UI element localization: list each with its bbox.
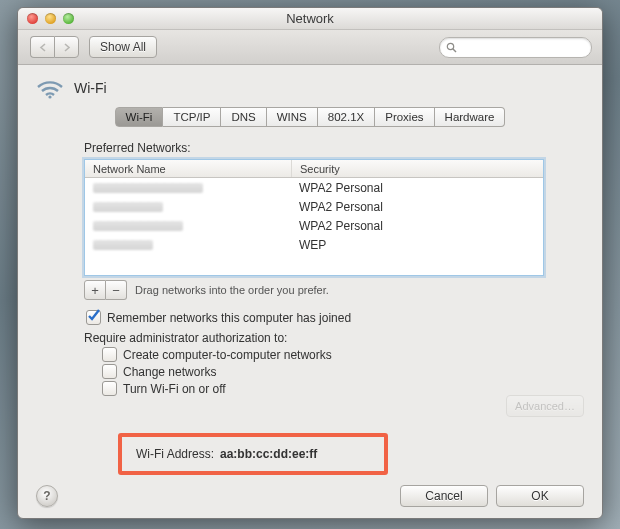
page-title: Wi-Fi <box>74 80 107 96</box>
security-value: WEP <box>291 238 543 252</box>
show-all-button[interactable]: Show All <box>89 36 157 58</box>
remove-network-button[interactable]: − <box>106 280 127 300</box>
tab-wifi[interactable]: Wi-Fi <box>115 107 164 127</box>
tab-label: Wi-Fi <box>126 111 153 123</box>
admin-create-adhoc-checkbox[interactable] <box>102 347 117 362</box>
search-field[interactable] <box>439 37 592 58</box>
tab-proxies[interactable]: Proxies <box>375 107 434 127</box>
admin-change-networks-label: Change networks <box>123 365 216 379</box>
tab-wins[interactable]: WINS <box>267 107 318 127</box>
remember-networks-checkbox[interactable] <box>86 310 101 325</box>
window-title: Network <box>18 11 602 26</box>
tab-tcpip[interactable]: TCP/IP <box>163 107 221 127</box>
require-admin-label: Require administrator authorization to: <box>84 331 544 345</box>
toolbar: Show All <box>18 30 602 65</box>
security-value: WPA2 Personal <box>291 200 543 214</box>
redacted-network-name <box>93 240 153 250</box>
table-row[interactable]: WPA2 Personal <box>85 216 543 235</box>
forward-button[interactable] <box>54 36 79 58</box>
advanced-label: Advanced… <box>515 400 575 412</box>
security-value: WPA2 Personal <box>291 181 543 195</box>
tab-label: DNS <box>231 111 255 123</box>
preferred-networks-label: Preferred Networks: <box>84 141 544 155</box>
help-icon: ? <box>43 489 50 503</box>
search-icon <box>446 42 457 53</box>
cancel-button[interactable]: Cancel <box>400 485 488 507</box>
preferred-networks-table: Network Name Security WPA2 Personal WPA2… <box>84 159 544 276</box>
svg-point-0 <box>447 43 453 49</box>
search-input[interactable] <box>461 40 565 54</box>
table-row[interactable]: WEP <box>85 235 543 254</box>
admin-toggle-wifi-checkbox[interactable] <box>102 381 117 396</box>
tab-label: TCP/IP <box>173 111 210 123</box>
table-row[interactable]: WPA2 Personal <box>85 178 543 197</box>
tab-strip: Wi-Fi TCP/IP DNS WINS 802.1X Proxies Har… <box>36 107 584 127</box>
column-header-security[interactable]: Security <box>292 160 543 177</box>
svg-point-2 <box>48 95 51 98</box>
chevron-right-icon <box>63 43 71 52</box>
ok-button[interactable]: OK <box>496 485 584 507</box>
admin-create-adhoc-label: Create computer-to-computer networks <box>123 348 332 362</box>
add-network-button[interactable]: + <box>84 280 106 300</box>
wifi-address-label: Wi-Fi Address: <box>136 447 214 461</box>
nav-back-forward <box>30 36 79 58</box>
tab-8021x[interactable]: 802.1X <box>318 107 375 127</box>
wifi-address-highlight: Wi-Fi Address: aa:bb:cc:dd:ee:ff <box>118 433 388 475</box>
tab-label: Proxies <box>385 111 423 123</box>
help-button[interactable]: ? <box>36 485 58 507</box>
redacted-network-name <box>93 202 163 212</box>
wifi-address-value: aa:bb:cc:dd:ee:ff <box>220 447 317 461</box>
tab-dns[interactable]: DNS <box>221 107 266 127</box>
drag-hint: Drag networks into the order you prefer. <box>135 284 329 296</box>
network-preferences-window: Network Show All <box>17 7 603 519</box>
admin-change-networks-checkbox[interactable] <box>102 364 117 379</box>
tab-hardware[interactable]: Hardware <box>435 107 506 127</box>
wifi-icon <box>36 77 64 99</box>
remember-networks-label: Remember networks this computer has join… <box>107 311 351 325</box>
tab-label: WINS <box>277 111 307 123</box>
show-all-label: Show All <box>100 40 146 54</box>
back-button[interactable] <box>30 36 54 58</box>
admin-toggle-wifi-label: Turn Wi-Fi on or off <box>123 382 226 396</box>
svg-line-1 <box>453 49 456 52</box>
ok-label: OK <box>531 489 548 503</box>
chevron-left-icon <box>39 43 47 52</box>
checkmark-icon <box>86 308 101 323</box>
column-header-name[interactable]: Network Name <box>85 160 292 177</box>
redacted-network-name <box>93 183 203 193</box>
advanced-button[interactable]: Advanced… <box>506 395 584 417</box>
tab-label: Hardware <box>445 111 495 123</box>
table-row[interactable]: WPA2 Personal <box>85 197 543 216</box>
cancel-label: Cancel <box>425 489 462 503</box>
tab-label: 802.1X <box>328 111 364 123</box>
redacted-network-name <box>93 221 183 231</box>
titlebar: Network <box>18 8 602 30</box>
security-value: WPA2 Personal <box>291 219 543 233</box>
